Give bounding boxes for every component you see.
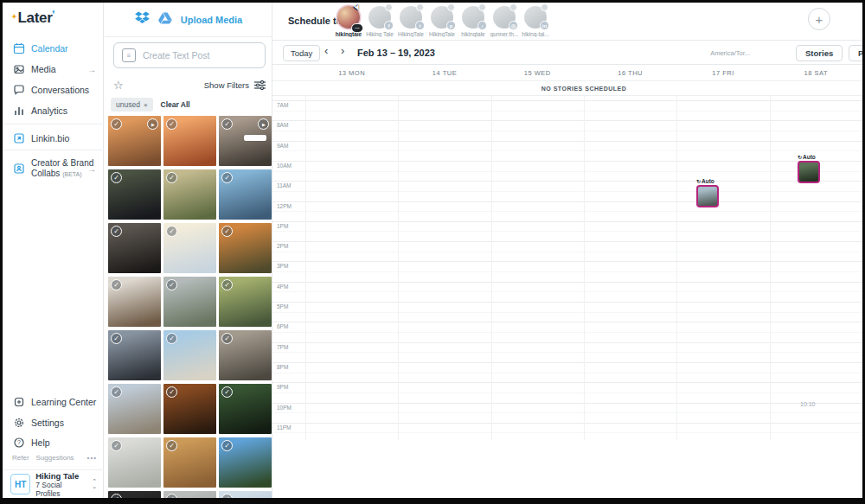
media-thumbnail[interactable]: ✓▶ <box>219 116 272 166</box>
selected-check-icon[interactable]: ✓ <box>166 279 177 290</box>
media-thumbnail[interactable]: ✓ <box>219 223 272 273</box>
add-profile-button[interactable]: + <box>808 8 830 30</box>
week-time-grid[interactable]: 7AM8AM9AM10AM11AM12PM1PM2PM3PM4PM5PM6PM7… <box>272 96 862 498</box>
post-thumbnail[interactable] <box>798 161 820 183</box>
selected-check-icon[interactable]: ✓ <box>221 494 233 504</box>
show-filters-button[interactable]: Show Filters <box>204 80 249 90</box>
media-thumbnail[interactable]: ✓ <box>163 116 216 166</box>
media-thumbnail[interactable]: ✓ <box>163 169 216 220</box>
sidebar-item-learning-center[interactable]: Learning Center <box>3 392 104 411</box>
selected-check-icon[interactable]: ✓ <box>221 440 233 451</box>
media-thumbnail[interactable]: ✓ <box>219 330 272 380</box>
media-thumbnail[interactable]: ✓ <box>108 384 161 434</box>
scheduled-story-post[interactable]: ↻Auto <box>798 154 821 183</box>
media-thumbnail[interactable]: ✓ <box>219 491 272 504</box>
sidebar-item-creator-collabs[interactable]: Creator & BrandCollabs (BETA) → <box>3 155 104 182</box>
profile-avatar-instagram[interactable]: ◎gunner.th... <box>487 6 522 37</box>
suggestions-link[interactable]: Suggestions <box>36 454 74 462</box>
media-thumbnail[interactable]: ✓ <box>219 384 272 434</box>
day-column-header[interactable]: 18 SAT <box>804 69 828 77</box>
day-column-header[interactable]: 13 MON <box>338 69 365 77</box>
dropbox-icon[interactable] <box>135 11 150 28</box>
prev-week-button[interactable]: ‹ <box>324 44 328 57</box>
half-hour-gridline <box>272 211 862 212</box>
sidebar-item-settings[interactable]: Settings <box>3 413 104 432</box>
day-column-header[interactable]: 15 WED <box>524 69 551 77</box>
selected-check-icon[interactable]: ✓ <box>111 279 122 290</box>
media-thumbnail[interactable]: ✓ <box>163 277 216 327</box>
media-thumbnail[interactable]: ✓ <box>163 330 216 380</box>
star-icon[interactable]: ☆ <box>113 79 124 92</box>
google-drive-icon[interactable] <box>158 12 172 28</box>
profile-avatar-tiktok[interactable]: ♪hikingtale <box>456 6 490 37</box>
selected-check-icon[interactable]: ✓ <box>166 226 177 237</box>
upload-media-button[interactable]: Upload Media <box>181 15 243 25</box>
stories-button[interactable]: Stories <box>796 45 843 61</box>
profile-avatar-twitter[interactable]: tHikingTale <box>394 6 428 37</box>
selected-check-icon[interactable]: ✓ <box>111 440 122 451</box>
media-thumbnail[interactable]: ✓ <box>163 223 216 273</box>
media-thumbnail[interactable]: ✓ <box>108 169 161 220</box>
media-thumbnail[interactable]: ✓ <box>163 491 216 504</box>
selected-check-icon[interactable]: ✓ <box>111 494 122 504</box>
sidebar-item-help[interactable]: ? Help <box>3 433 104 452</box>
refer-link[interactable]: Refer <box>12 454 29 462</box>
selected-check-icon[interactable]: ✓ <box>221 118 233 130</box>
selected-check-icon[interactable]: ✓ <box>221 386 233 398</box>
selected-check-icon[interactable]: ✓ <box>221 172 233 183</box>
media-thumbnail[interactable]: ✓ <box>108 223 161 273</box>
selected-check-icon[interactable]: ✓ <box>166 440 177 451</box>
filter-chip-unused[interactable]: unused× <box>111 98 153 112</box>
media-thumbnail[interactable]: ✓ <box>219 437 272 488</box>
sidebar-item-calendar[interactable]: Calendar <box>3 39 104 58</box>
media-thumbnail[interactable]: ✓ <box>219 169 272 220</box>
selected-check-icon[interactable]: ✓ <box>166 118 177 130</box>
selected-check-icon[interactable]: ✓ <box>111 333 122 344</box>
scheduled-story-post[interactable]: ↻Auto <box>696 178 720 207</box>
selected-check-icon[interactable]: ✓ <box>111 226 122 237</box>
next-week-button[interactable]: › <box>341 44 344 57</box>
media-thumbnail[interactable]: ✓ <box>108 491 161 504</box>
selected-check-icon[interactable]: ✓ <box>111 172 122 183</box>
create-text-post-input[interactable]: ≡ Create Text Post <box>113 42 266 68</box>
profile-avatar-facebook[interactable]: fHiking Tale <box>362 6 397 37</box>
media-thumbnail[interactable]: ✓ <box>163 384 216 434</box>
later-logo[interactable]: ✦Later❜ <box>11 10 54 27</box>
selected-check-icon[interactable]: ✓ <box>221 279 233 290</box>
profile-options-badge[interactable]: ••• <box>351 23 363 33</box>
sidebar-item-analytics[interactable]: Analytics <box>3 101 104 120</box>
profile-avatar-linkedin[interactable]: inhiking-tal... <box>518 6 553 37</box>
media-thumbnail[interactable]: ✓ <box>108 330 161 380</box>
post-thumbnail[interactable] <box>696 185 719 207</box>
sidebar-item-conversations[interactable]: Conversations <box>3 80 104 99</box>
more-options-icon[interactable]: ••• <box>87 454 97 462</box>
day-column-header[interactable]: 16 THU <box>618 69 643 77</box>
selected-check-icon[interactable]: ✓ <box>221 226 233 237</box>
media-thumbnail[interactable]: ✓ <box>163 437 216 488</box>
selected-check-icon[interactable]: ✓ <box>166 172 177 183</box>
filter-sliders-icon[interactable] <box>254 80 266 90</box>
day-column-header[interactable]: 17 FRI <box>712 69 734 77</box>
selected-check-icon[interactable]: ✓ <box>221 333 233 344</box>
media-thumbnail[interactable]: ✓ <box>108 437 161 488</box>
selected-check-icon[interactable]: ✓ <box>166 386 177 398</box>
selected-check-icon[interactable]: ✓ <box>166 494 177 504</box>
today-button[interactable]: Today <box>283 45 320 61</box>
timezone-label[interactable]: America/Tor... <box>710 49 750 57</box>
profile-avatar-instagram[interactable]: •••➤hikingtale <box>331 6 366 37</box>
day-column-header[interactable]: 14 TUE <box>432 69 457 77</box>
preview-button[interactable]: Preview <box>849 45 865 61</box>
sidebar-item-media[interactable]: Media → <box>3 60 104 79</box>
account-switcher[interactable]: HT Hiking Tale 7 Social Profiles ⌃⌄ <box>3 470 104 498</box>
media-thumbnail[interactable]: ✓ <box>108 277 161 327</box>
selected-check-icon[interactable]: ✓ <box>111 118 122 130</box>
profile-avatar-pinterest[interactable]: pHikingTale <box>425 6 459 37</box>
sidebar-item-linkinbio[interactable]: Linkin.bio <box>3 129 104 148</box>
media-thumbnail[interactable]: ✓▶ <box>108 116 161 166</box>
close-icon[interactable]: × <box>144 101 148 109</box>
clear-all-filters-button[interactable]: Clear All <box>161 100 190 109</box>
media-thumbnail[interactable]: ✓ <box>219 277 272 327</box>
suggested-time-slot[interactable]: 10:10 <box>800 401 816 407</box>
selected-check-icon[interactable]: ✓ <box>166 333 177 344</box>
selected-check-icon[interactable]: ✓ <box>111 386 122 398</box>
